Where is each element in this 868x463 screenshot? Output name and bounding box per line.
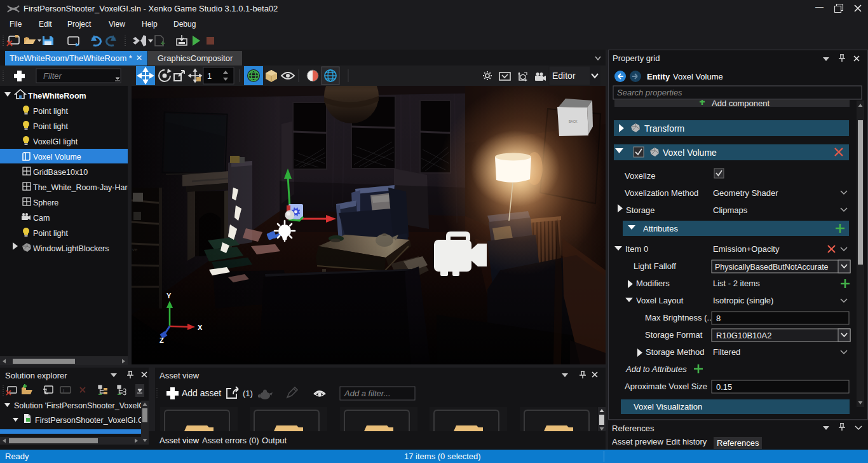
svg-text:X: X bbox=[198, 324, 203, 331]
svg-text:Point light: Point light bbox=[33, 229, 68, 238]
svg-text:References: References bbox=[612, 424, 654, 433]
svg-text:Point light: Point light bbox=[33, 107, 68, 116]
svg-text:Property grid: Property grid bbox=[613, 53, 660, 63]
svg-text:Voxel Visualization: Voxel Visualization bbox=[634, 402, 702, 411]
svg-text:WindowLightBlockers: WindowLightBlockers bbox=[33, 244, 109, 253]
svg-text:Aproximate Voxel Size: Aproximate Voxel Size bbox=[625, 382, 707, 391]
svg-text:Sphere: Sphere bbox=[33, 198, 58, 207]
svg-text:VoxelGI light: VoxelGI light bbox=[33, 137, 78, 146]
svg-text:Add to Attributes: Add to Attributes bbox=[625, 364, 687, 374]
svg-text:Voxel Volume: Voxel Volume bbox=[33, 153, 81, 162]
svg-text:TheWhiteRoom: TheWhiteRoom bbox=[28, 92, 86, 100]
svg-text:Max Brightness (...: Max Brightness (... bbox=[645, 313, 714, 322]
svg-text:Voxelization Method: Voxelization Method bbox=[625, 188, 698, 198]
svg-text:Voxel Volume: Voxel Volume bbox=[663, 148, 717, 158]
svg-text:Add asset: Add asset bbox=[182, 388, 221, 398]
svg-text:Storage Method: Storage Method bbox=[646, 347, 705, 357]
svg-text:Isotropic (single): Isotropic (single) bbox=[713, 296, 773, 305]
svg-text:GridBase10x10: GridBase10x10 bbox=[33, 168, 88, 177]
svg-text:(1): (1) bbox=[243, 389, 253, 398]
svg-text:Add component: Add component bbox=[712, 99, 770, 108]
svg-text:PhysicallyBasedButNotAccurate: PhysicallyBasedButNotAccurate bbox=[715, 263, 829, 272]
svg-text:Storage: Storage bbox=[626, 205, 655, 215]
svg-text:Voxelize: Voxelize bbox=[625, 171, 655, 181]
svg-text:Add a filter...: Add a filter... bbox=[344, 389, 391, 398]
svg-text:Solution 'FirstPersonShooter_V: Solution 'FirstPersonShooter_VoxelGI' bbox=[14, 401, 149, 410]
svg-text:List - 2 items: List - 2 items bbox=[713, 279, 760, 288]
svg-text:I: I bbox=[63, 388, 64, 394]
svg-text:BACK: BACK bbox=[569, 120, 578, 123]
svg-text:Attributes: Attributes bbox=[643, 224, 678, 233]
svg-text:Voxel Layout: Voxel Layout bbox=[636, 296, 684, 305]
svg-text:Emission+Opacity: Emission+Opacity bbox=[713, 244, 780, 254]
svg-text:Editor: Editor bbox=[552, 71, 576, 81]
svg-text:Search properties: Search properties bbox=[617, 88, 682, 97]
svg-text:FirstPersonShooter_VoxelGI.Gar: FirstPersonShooter_VoxelGI.Gar bbox=[35, 416, 149, 425]
svg-text:Voxel Volume: Voxel Volume bbox=[673, 72, 723, 81]
svg-text:Storage Format: Storage Format bbox=[645, 330, 703, 340]
svg-text:The_White_Room-Jay-Hardy: The_White_Room-Jay-Hardy bbox=[33, 183, 128, 192]
svg-text:1: 1 bbox=[207, 71, 212, 81]
svg-text:Clipmaps: Clipmaps bbox=[713, 205, 748, 215]
svg-text:Filter: Filter bbox=[43, 71, 62, 81]
svg-text:Point light: Point light bbox=[33, 122, 68, 131]
svg-text:8: 8 bbox=[716, 314, 721, 323]
svg-text:Transform: Transform bbox=[644, 123, 684, 134]
svg-text:Entity: Entity bbox=[647, 72, 670, 81]
svg-text:Asset view: Asset view bbox=[159, 371, 200, 380]
svg-text:Geometry Shader: Geometry Shader bbox=[713, 188, 778, 198]
svg-text:Solution explorer: Solution explorer bbox=[5, 371, 67, 380]
svg-text:R10G10B10A2: R10G10B10A2 bbox=[716, 331, 771, 340]
svg-text:Modifiers: Modifiers bbox=[636, 279, 670, 288]
svg-text:Light Falloff: Light Falloff bbox=[634, 261, 676, 271]
svg-text:Z: Z bbox=[159, 336, 164, 344]
svg-text:Item 0: Item 0 bbox=[625, 244, 648, 254]
svg-text:Cam: Cam bbox=[33, 214, 50, 223]
svg-text:0.15: 0.15 bbox=[716, 382, 732, 392]
svg-text:Filtered: Filtered bbox=[713, 347, 740, 357]
svg-text:Y: Y bbox=[166, 292, 172, 300]
